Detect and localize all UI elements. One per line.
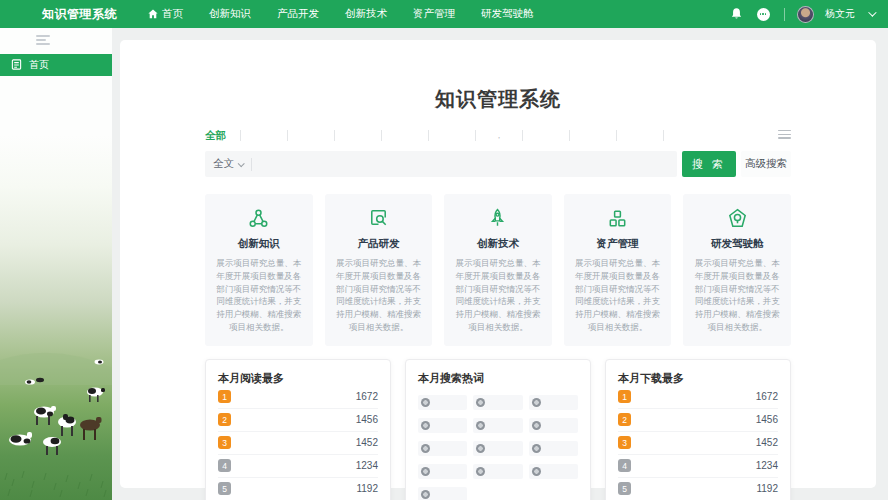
tag-dot-icon	[532, 421, 541, 430]
rank-list-item[interactable]: 21456	[618, 409, 778, 432]
sidebar-collapse-icon[interactable]	[36, 35, 50, 45]
rank-list-item[interactable]: 31452	[218, 432, 378, 455]
list-view-icon[interactable]	[778, 130, 791, 142]
search-box: 全文	[205, 151, 677, 177]
blocks-icon	[573, 207, 663, 232]
rank-list-item[interactable]: 51192	[218, 478, 378, 500]
main-panel: 知识管理系统 全部 ， 全文 搜 索 高级搜索 创新知识展示项目研究总量、本年度…	[120, 40, 876, 488]
nav-item-3[interactable]: 产品开发	[264, 0, 332, 28]
user-name[interactable]: 杨文元	[825, 7, 855, 21]
filter-category-6[interactable]: ，	[475, 130, 522, 141]
hot-search-tag-11[interactable]	[473, 464, 522, 479]
tag-dot-icon	[421, 490, 430, 499]
rank-item-value: 1234	[756, 460, 778, 471]
rank-item-value: 1672	[756, 391, 778, 402]
rank-item-value: 1452	[356, 437, 378, 448]
rank-list-item[interactable]: 21456	[218, 409, 378, 432]
hot-search-tag-2[interactable]	[473, 395, 522, 410]
page-title: 知识管理系统	[205, 86, 791, 113]
rank-list-item[interactable]: 41234	[618, 455, 778, 478]
rank-badge: 4	[218, 459, 231, 472]
nav-item-label: 研发驾驶舱	[481, 7, 534, 21]
hot-search-tag-1[interactable]	[418, 395, 467, 410]
nav-item-6[interactable]: 研发驾驶舱	[468, 0, 547, 28]
hot-search-tag-13[interactable]	[418, 487, 467, 500]
nav-item-1[interactable]: 首页	[135, 0, 196, 28]
filter-category-10[interactable]	[663, 130, 710, 141]
tag-dot-icon	[532, 398, 541, 407]
feature-card[interactable]: 产品研发展示项目研究总量、本年度开展项目数量及各部门项目研究情况等不同维度统计结…	[325, 194, 433, 346]
rank-list-item[interactable]: 41234	[218, 455, 378, 478]
hot-search-tag-12[interactable]	[529, 464, 578, 479]
sidebar-item-home[interactable]: 首页	[0, 54, 112, 76]
nav-item-label: 资产管理	[413, 7, 455, 21]
rank-item-value: 1452	[756, 437, 778, 448]
feature-card[interactable]: 研发驾驶舱展示项目研究总量、本年度开展项目数量及各部门项目研究情况等不同维度统计…	[683, 194, 791, 346]
hot-search-tag-6[interactable]	[529, 418, 578, 433]
search-input[interactable]	[252, 158, 677, 170]
sidebar-item-label: 首页	[29, 58, 49, 72]
filter-category-2[interactable]	[287, 130, 334, 141]
hot-search-tag-10[interactable]	[418, 464, 467, 479]
card-description: 展示项目研究总量、本年度开展项目数量及各部门项目研究情况等不同维度统计结果，并支…	[453, 257, 543, 334]
filter-category-5[interactable]	[428, 130, 475, 141]
chevron-down-icon[interactable]	[868, 8, 876, 16]
nav-menu: 首页创新知识产品开发创新技术资产管理研发驾驶舱	[135, 0, 547, 28]
feature-card[interactable]: 创新知识展示项目研究总量、本年度开展项目数量及各部门项目研究情况等不同维度统计结…	[205, 194, 313, 346]
filter-all[interactable]: 全部	[205, 129, 240, 143]
hot-search-tag-4[interactable]	[418, 418, 467, 433]
tag-dot-icon	[476, 398, 485, 407]
hot-search-tag-5[interactable]	[473, 418, 522, 433]
rank-item-value: 1234	[356, 460, 378, 471]
search-button[interactable]: 搜 索	[682, 151, 736, 177]
rank-badge: 3	[218, 436, 231, 449]
nav-item-4[interactable]: 创新技术	[332, 0, 400, 28]
nav-item-2[interactable]: 创新知识	[196, 0, 264, 28]
rank-item-value: 1192	[756, 483, 778, 494]
nav-item-label: 产品开发	[277, 7, 319, 21]
feature-card[interactable]: 创新技术展示项目研究总量、本年度开展项目数量及各部门项目研究情况等不同维度统计结…	[444, 194, 552, 346]
rank-badge: 5	[218, 482, 231, 495]
filter-category-3[interactable]	[334, 130, 381, 141]
rank-badge: 1	[218, 390, 231, 403]
message-icon[interactable]	[754, 5, 772, 23]
badge-icon	[692, 207, 782, 232]
nav-item-label: 首页	[162, 7, 183, 21]
feature-card[interactable]: 资产管理展示项目研究总量、本年度开展项目数量及各部门项目研究情况等不同维度统计结…	[564, 194, 672, 346]
rank-list-item[interactable]: 11672	[218, 386, 378, 409]
card-description: 展示项目研究总量、本年度开展项目数量及各部门项目研究情况等不同维度统计结果，并支…	[214, 257, 304, 334]
nav-item-5[interactable]: 资产管理	[400, 0, 468, 28]
tag-dot-icon	[421, 444, 430, 453]
rank-badge: 3	[618, 436, 631, 449]
search-scope-dropdown[interactable]: 全文	[205, 157, 251, 171]
molecule-icon	[214, 207, 304, 232]
panel-title: 本月阅读最多	[218, 371, 378, 386]
panel-hot-search: 本月搜索热词	[405, 359, 591, 500]
filter-slots: ，	[240, 130, 710, 141]
card-description: 展示项目研究总量、本年度开展项目数量及各部门项目研究情况等不同维度统计结果，并支…	[573, 257, 663, 334]
card-title: 创新知识	[214, 237, 304, 251]
rank-list-item[interactable]: 11672	[618, 386, 778, 409]
divider	[784, 8, 785, 21]
rocket-icon	[453, 207, 543, 232]
card-title: 研发驾驶舱	[692, 237, 782, 251]
filter-category-8[interactable]	[569, 130, 616, 141]
advanced-search-button[interactable]: 高级搜索	[741, 151, 791, 177]
user-avatar[interactable]	[797, 6, 814, 23]
filter-category-7[interactable]	[522, 130, 569, 141]
document-icon	[11, 59, 22, 70]
rank-badge: 1	[618, 390, 631, 403]
nav-item-label: 创新技术	[345, 7, 387, 21]
hot-search-tag-9[interactable]	[529, 441, 578, 456]
filter-category-4[interactable]	[381, 130, 428, 141]
rank-list-item[interactable]: 51192	[618, 478, 778, 500]
hot-search-tag-8[interactable]	[473, 441, 522, 456]
notification-bell-icon[interactable]	[727, 5, 745, 23]
panel-most-downloaded: 本月下载最多 1167221456314524123451192	[605, 359, 791, 500]
product-search-icon	[334, 207, 424, 232]
filter-category-1[interactable]	[240, 130, 287, 141]
hot-search-tag-7[interactable]	[418, 441, 467, 456]
filter-category-9[interactable]	[616, 130, 663, 141]
hot-search-tag-3[interactable]	[529, 395, 578, 410]
rank-list-item[interactable]: 31452	[618, 432, 778, 455]
